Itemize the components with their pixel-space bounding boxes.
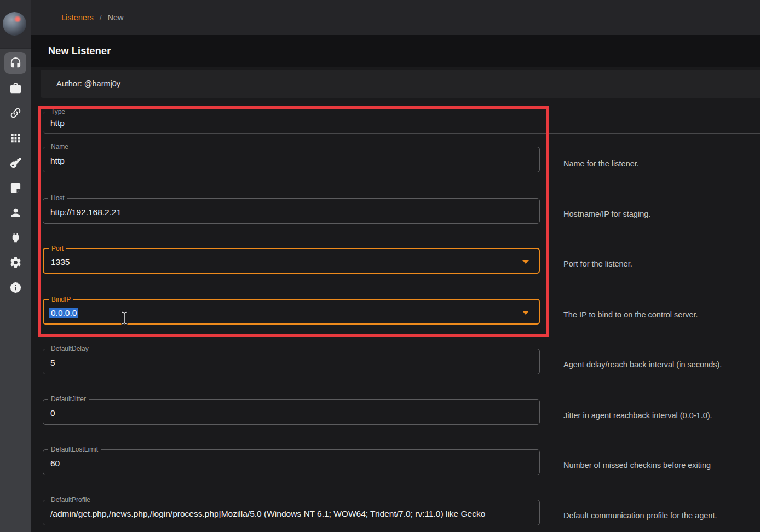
user-icon	[9, 206, 22, 219]
port-value: 1335	[51, 257, 70, 267]
gear-icon	[9, 256, 22, 269]
defaultjitter-input[interactable]: DefaultJitter 0	[43, 399, 540, 425]
defaultjitter-label: DefaultJitter	[48, 395, 89, 403]
port-label: Port	[49, 245, 66, 253]
port-description: Port for the listener.	[563, 259, 756, 268]
bindip-value-selected-text: 0.0.0.0	[49, 308, 78, 318]
info-icon	[9, 281, 22, 294]
type-value: http	[50, 118, 65, 128]
defaultdelay-description: Agent delay/reach back interval (in seco…	[563, 360, 756, 369]
host-label: Host	[48, 194, 67, 203]
defaultlostlimit-label: DefaultLostLimit	[48, 446, 101, 454]
briefcase-icon	[9, 82, 22, 95]
sidebar-item-settings[interactable]	[4, 251, 26, 273]
sidebar-item-modules[interactable]	[4, 127, 26, 149]
author-line: Author: @harmj0y	[56, 70, 120, 98]
port-select[interactable]: Port 1335	[43, 248, 540, 274]
defaultlostlimit-value: 60	[50, 459, 60, 469]
chevron-down-icon[interactable]	[522, 311, 529, 315]
sidebar-item-agents[interactable]	[4, 102, 26, 124]
modules-grid-icon	[9, 132, 22, 144]
sidebar-item-listeners[interactable]	[4, 52, 26, 74]
defaultdelay-input[interactable]: DefaultDelay 5	[43, 349, 540, 374]
sidebar-item-stagers[interactable]	[4, 77, 26, 99]
note-icon	[9, 182, 22, 194]
host-value: http://192.168.2.21	[50, 207, 121, 217]
bindip-label: BindIP	[49, 296, 73, 304]
sidebar-item-plugins[interactable]	[4, 227, 26, 248]
defaultprofile-label: DefaultProfile	[48, 496, 93, 504]
host-input[interactable]: Host http://192.168.2.21	[43, 198, 540, 224]
bindip-description: The IP to bind to on the control server.	[563, 310, 756, 319]
author-panel: Author: @harmj0y	[41, 70, 760, 98]
link-icon	[9, 107, 22, 119]
page-title: New Listener	[48, 35, 111, 67]
defaultdelay-label: DefaultDelay	[48, 345, 91, 353]
starkiller-new-listener-window: Listeners / New New Listener	[0, 0, 760, 532]
sidebar-item-users[interactable]	[4, 201, 26, 223]
defaultprofile-value: /admin/get.php,/news.php,/login/process.…	[50, 509, 485, 519]
defaultprofile-input[interactable]: DefaultProfile /admin/get.php,/news.php,…	[43, 500, 540, 525]
top-bar: Listeners / New	[31, 0, 760, 35]
bindip-select[interactable]: BindIP 0.0.0.0	[43, 299, 540, 325]
logo-area	[0, 0, 31, 49]
title-bar: New Listener	[31, 35, 760, 67]
plug-icon	[9, 232, 22, 244]
key-icon	[9, 157, 22, 169]
breadcrumb: Listeners / New	[61, 0, 123, 35]
defaultjitter-value: 0	[50, 408, 55, 418]
defaultjitter-description: Jitter in agent reachback interval (0.0-…	[563, 411, 756, 420]
type-label: Type	[48, 108, 68, 116]
starkiller-logo	[3, 12, 26, 36]
breadcrumb-current-page: New	[107, 13, 123, 22]
breadcrumb-separator: /	[100, 14, 102, 22]
sidebar-item-reporting[interactable]	[4, 177, 26, 199]
type-select[interactable]: Type http	[43, 112, 760, 134]
defaultlostlimit-description: Number of missed checkins before exiting	[563, 461, 756, 470]
chevron-down-icon[interactable]	[522, 260, 529, 264]
headset-icon	[9, 57, 22, 70]
name-label: Name	[48, 143, 71, 151]
name-value: http	[50, 156, 65, 166]
sidebar-item-credentials[interactable]	[4, 152, 26, 174]
name-input[interactable]: Name http	[43, 147, 540, 172]
host-description: Hostname/IP for staging.	[563, 210, 756, 218]
defaultdelay-value: 5	[50, 358, 55, 368]
defaultprofile-description: Default communication profile for the ag…	[563, 511, 756, 520]
breadcrumb-listeners-link[interactable]: Listeners	[61, 13, 94, 22]
defaultlostlimit-input[interactable]: DefaultLostLimit 60	[43, 449, 540, 475]
sidebar	[0, 0, 31, 532]
sidebar-item-about[interactable]	[4, 276, 26, 298]
name-description: Name for the listener.	[563, 159, 756, 168]
